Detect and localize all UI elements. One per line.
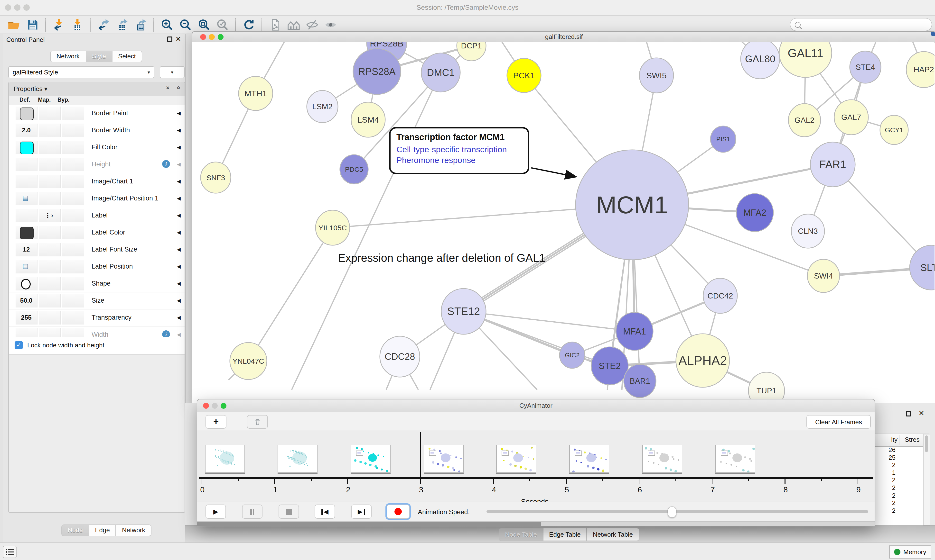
float-panel-icon[interactable] bbox=[167, 37, 173, 42]
default-cell[interactable] bbox=[15, 175, 37, 188]
import-network-icon[interactable] bbox=[51, 17, 67, 32]
network-annotation-box[interactable]: Transcription factor MCM1 Cell-type-spec… bbox=[389, 127, 529, 174]
property-row-border-paint[interactable]: Border Paint◀ bbox=[9, 105, 185, 122]
property-row-size[interactable]: 50.0Size◀ bbox=[9, 292, 185, 309]
close-panel-icon[interactable]: ✕ bbox=[176, 35, 181, 43]
bypass-cell[interactable] bbox=[62, 311, 84, 325]
network-node-far1[interactable]: FAR1 bbox=[810, 142, 855, 187]
property-row-label-color[interactable]: Label Color◀ bbox=[9, 224, 185, 241]
horizontal-scrollbar[interactable] bbox=[197, 521, 875, 526]
network-node-pck1[interactable]: PCK1 bbox=[507, 58, 541, 92]
properties-header[interactable]: Properties ▾ bbox=[14, 85, 48, 92]
network-node-dmc1[interactable]: DMC1 bbox=[421, 53, 460, 92]
float-panel-icon[interactable] bbox=[906, 411, 911, 417]
network-node-cdc28[interactable]: CDC28 bbox=[380, 336, 420, 377]
color-swatch[interactable] bbox=[20, 227, 34, 239]
mapping-cell[interactable] bbox=[39, 175, 61, 188]
import-table-icon[interactable] bbox=[69, 17, 85, 32]
pause-button[interactable] bbox=[242, 505, 262, 518]
property-row-height[interactable]: Heighti◀ bbox=[9, 156, 185, 173]
network-node-swi5[interactable]: SWI5 bbox=[639, 58, 673, 93]
bypass-cell[interactable] bbox=[62, 243, 84, 256]
network-node-mth1[interactable]: MTH1 bbox=[239, 76, 273, 111]
default-cell[interactable]: 50.0 bbox=[15, 294, 37, 308]
expand-row-icon[interactable]: ◀ bbox=[177, 195, 181, 201]
network-node-slt2[interactable]: SLT2 bbox=[910, 245, 935, 290]
play-button[interactable]: ▶ bbox=[205, 505, 226, 518]
close-panel-icon[interactable]: ✕ bbox=[919, 409, 924, 417]
export-image-icon[interactable] bbox=[133, 17, 148, 32]
network-node-bar1[interactable]: BAR1 bbox=[624, 365, 656, 397]
mapping-cell[interactable] bbox=[39, 294, 61, 308]
network-node-ste2[interactable]: STE2 bbox=[591, 347, 628, 385]
mapping-cell[interactable] bbox=[39, 311, 61, 325]
property-row-fill-color[interactable]: Fill Color◀ bbox=[9, 139, 185, 156]
memory-indicator[interactable]: Memory bbox=[889, 545, 931, 558]
default-cell[interactable] bbox=[15, 141, 37, 154]
property-row-image-chart-position-1[interactable]: ▤Image/Chart Position 1◀ bbox=[9, 190, 185, 207]
log-console-button[interactable] bbox=[3, 546, 17, 558]
bypass-cell[interactable] bbox=[62, 294, 84, 308]
add-frame-button[interactable]: + bbox=[205, 415, 227, 429]
column-header[interactable]: ity bbox=[891, 436, 898, 443]
clear-all-frames-button[interactable]: Clear All Frames bbox=[807, 415, 871, 429]
network-node-snf3[interactable]: SNF3 bbox=[201, 162, 231, 193]
stop-button[interactable] bbox=[279, 505, 299, 518]
panel-tab-network[interactable]: Network bbox=[116, 525, 151, 536]
table-row[interactable]: 2 bbox=[875, 461, 929, 469]
default-cell[interactable] bbox=[15, 226, 37, 239]
network-node-lsm2[interactable]: LSM2 bbox=[307, 91, 338, 123]
network-node-ste4[interactable]: STE4 bbox=[850, 51, 881, 83]
network-node-gcy1[interactable]: GCY1 bbox=[880, 115, 908, 145]
network-node-tup1[interactable]: TUP1 bbox=[748, 372, 785, 403]
property-row-transparency[interactable]: 255Transparency◀ bbox=[9, 309, 185, 326]
bypass-cell[interactable] bbox=[62, 260, 84, 274]
network-node-ste12[interactable]: STE12 bbox=[441, 289, 486, 334]
network-node-dcp1[interactable]: DCP1 bbox=[457, 42, 486, 61]
bypass-cell[interactable] bbox=[62, 158, 84, 171]
mapping-cell[interactable] bbox=[39, 141, 61, 154]
table-row[interactable]: 2 bbox=[875, 492, 929, 499]
bypass-cell[interactable] bbox=[62, 209, 84, 222]
expand-row-icon[interactable]: ◀ bbox=[177, 230, 181, 235]
table-tab-network-table[interactable]: Network Table bbox=[586, 528, 639, 541]
animation-frame-6[interactable] bbox=[642, 445, 682, 473]
network-node-gic2[interactable]: GIC2 bbox=[560, 342, 585, 368]
bypass-cell[interactable] bbox=[62, 192, 84, 205]
style-options-button[interactable]: ▾ bbox=[160, 66, 185, 78]
property-row-shape[interactable]: Shape◀ bbox=[9, 275, 185, 292]
panel-tab-node[interactable]: Node bbox=[61, 525, 89, 536]
default-cell[interactable]: 12 bbox=[15, 243, 37, 256]
expand-row-icon[interactable]: ◀ bbox=[177, 281, 181, 286]
animation-frame-0[interactable] bbox=[205, 445, 245, 473]
default-cell[interactable]: 2.0 bbox=[15, 123, 37, 137]
mapping-cell[interactable] bbox=[39, 106, 61, 120]
network-node-gal7[interactable]: GAL7 bbox=[834, 100, 868, 135]
zoom-in-icon[interactable] bbox=[159, 17, 175, 32]
expand-row-icon[interactable]: ◀ bbox=[177, 162, 181, 167]
apply-layout-icon[interactable] bbox=[241, 17, 257, 32]
info-icon[interactable]: i bbox=[162, 160, 170, 168]
skip-to-end-button[interactable]: ▶ bbox=[351, 505, 372, 518]
default-cell[interactable]: ▤ bbox=[15, 260, 37, 274]
default-cell[interactable] bbox=[15, 277, 37, 291]
network-node-mcm1[interactable]: MCM1 bbox=[576, 150, 688, 260]
network-node-mfa1[interactable]: MFA1 bbox=[616, 312, 653, 350]
cyanimator-timeline[interactable]: 0123456789Seconds bbox=[197, 431, 875, 502]
expand-row-icon[interactable]: ◀ bbox=[177, 128, 181, 133]
table-row[interactable]: 2 bbox=[875, 499, 929, 507]
tab-style[interactable]: Style bbox=[85, 51, 112, 62]
default-cell[interactable] bbox=[15, 158, 37, 171]
property-row-label-position[interactable]: ▤Label Position◀ bbox=[9, 258, 185, 275]
network-node-hap2[interactable]: HAP2 bbox=[906, 52, 935, 88]
property-row-image-chart-1[interactable]: Image/Chart 1◀ bbox=[9, 173, 185, 190]
bypass-cell[interactable] bbox=[62, 226, 84, 239]
mapping-cell[interactable] bbox=[39, 123, 61, 137]
expand-row-icon[interactable]: ◀ bbox=[177, 332, 181, 337]
property-row-label[interactable]: ⋮›Label◀ bbox=[9, 207, 185, 224]
animation-frame-5[interactable] bbox=[569, 445, 609, 473]
cyanimator-titlebar[interactable]: CyAnimator bbox=[197, 400, 875, 412]
bypass-cell[interactable] bbox=[62, 106, 84, 120]
network-node-pis1[interactable]: PIS1 bbox=[711, 126, 736, 152]
expand-row-icon[interactable]: ◀ bbox=[177, 212, 181, 218]
